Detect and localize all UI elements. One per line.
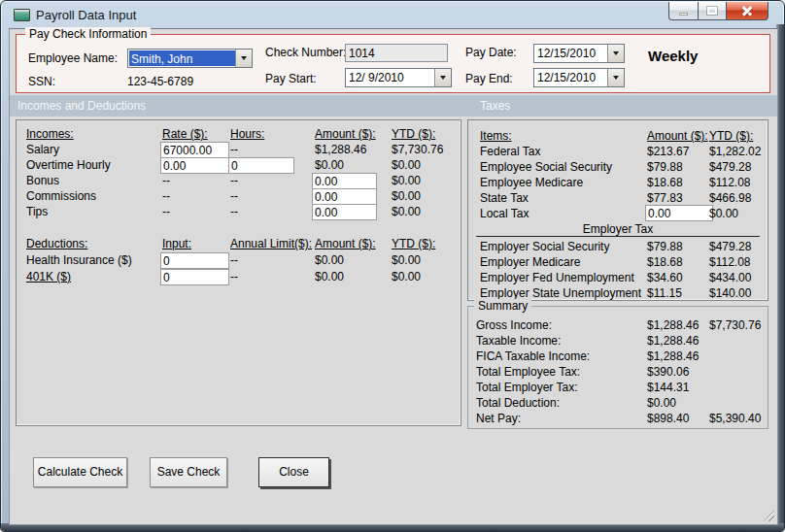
401k-input[interactable] bbox=[160, 269, 229, 285]
close-window-button[interactable] bbox=[727, 2, 768, 20]
section-header-bar: Incomes and Deductions Taxes bbox=[10, 95, 777, 116]
gross-income-label: Gross Income: bbox=[476, 317, 552, 333]
employer-fed-unemployment-amount: $34.60 bbox=[647, 270, 683, 285]
save-check-button[interactable]: Save Check bbox=[150, 457, 227, 487]
pay-date-datepicker[interactable]: 12/15/2010 bbox=[533, 44, 625, 63]
employer-ss-amount: $79.88 bbox=[647, 239, 683, 254]
local-tax-row: Local Tax $0.00 bbox=[468, 206, 768, 221]
employer-fed-unemployment-ytd: $434.00 bbox=[709, 270, 751, 285]
overtime-ytd: $0.00 bbox=[392, 157, 421, 173]
pay-end-datepicker[interactable]: 12/15/2010 bbox=[533, 68, 625, 87]
employer-medicare-ytd: $112.08 bbox=[709, 254, 751, 270]
health-insurance-ytd: $0.00 bbox=[392, 252, 421, 268]
federal-tax-ytd: $1,282.02 bbox=[709, 144, 761, 159]
bonus-hours: -- bbox=[230, 173, 238, 188]
employer-tax-header: Employer Tax bbox=[476, 221, 760, 237]
net-pay-amount: $898.40 bbox=[647, 411, 689, 426]
employee-ss-amount: $79.88 bbox=[647, 159, 683, 175]
incomes-header-hours: Hours: bbox=[230, 126, 264, 142]
fica-taxable-income-label: FICA Taxable Income: bbox=[476, 349, 590, 364]
ssn-label: SSN: bbox=[28, 75, 55, 88]
taxable-income-amount: $1,288.46 bbox=[647, 333, 699, 349]
pay-start-datepicker[interactable]: 12/ 9/2010 bbox=[345, 68, 452, 87]
incomes-header-rate: Rate ($): bbox=[162, 126, 208, 142]
pay-start-label: Pay Start: bbox=[265, 72, 317, 85]
salary-row: Salary -- $1,288.46 $7,730.76 bbox=[17, 142, 461, 157]
commissions-ytd: $0.00 bbox=[392, 188, 421, 204]
total-employer-tax-amount: $144.31 bbox=[647, 380, 689, 395]
employee-name-label: Employee Name: bbox=[28, 51, 118, 65]
total-deduction-amount: $0.00 bbox=[647, 395, 676, 411]
tips-label: Tips bbox=[26, 204, 48, 219]
total-employee-tax-amount: $390.06 bbox=[647, 364, 689, 380]
local-tax-input[interactable] bbox=[645, 205, 713, 221]
tips-amount-input[interactable] bbox=[312, 204, 377, 220]
deductions-header-annual-limit: Annual Limit($): bbox=[230, 236, 312, 251]
employee-medicare-amount: $18.68 bbox=[647, 175, 683, 190]
state-tax-label: State Tax bbox=[480, 190, 529, 206]
bonus-ytd: $0.00 bbox=[392, 173, 421, 188]
pay-frequency-label: Weekly bbox=[648, 48, 698, 64]
commissions-amount-input[interactable] bbox=[312, 188, 377, 205]
state-tax-amount: $77.83 bbox=[647, 190, 683, 206]
incomes-header-ytd: YTD ($): bbox=[392, 126, 435, 142]
federal-tax-row: Federal Tax $213.67 $1,282.02 bbox=[468, 144, 768, 159]
employee-medicare-row: Employee Medicare $18.68 $112.08 bbox=[468, 175, 768, 190]
employee-ss-label: Employee Social Security bbox=[480, 159, 612, 175]
pay-start-dropdown-button[interactable] bbox=[434, 69, 451, 86]
employer-fed-unemployment-row: Employer Fed Unemployment $34.60 $434.00 bbox=[468, 270, 768, 285]
401k-amount: $0.00 bbox=[315, 269, 344, 284]
employee-medicare-ytd: $112.08 bbox=[709, 175, 751, 190]
maximize-button[interactable] bbox=[699, 2, 727, 20]
taxes-header-ytd: YTD ($): bbox=[709, 128, 753, 144]
tips-rate: -- bbox=[162, 204, 170, 219]
taxes-header-amount: Amount ($): bbox=[647, 128, 708, 144]
bonus-label: Bonus bbox=[26, 173, 59, 188]
check-number-label: Check Number: bbox=[265, 46, 346, 59]
federal-tax-amount: $213.67 bbox=[647, 144, 689, 159]
net-pay-row: Net Pay: $898.40 $5,390.40 bbox=[468, 411, 768, 426]
payroll-window: Payroll Data Input Pay Check Information… bbox=[0, 0, 785, 532]
health-insurance-annual-limit: -- bbox=[230, 252, 238, 268]
total-employee-tax-row: Total Employee Tax: $390.06 bbox=[468, 364, 768, 380]
employer-state-unemployment-ytd: $140.00 bbox=[709, 285, 751, 301]
calculate-check-button[interactable]: Calculate Check bbox=[33, 457, 127, 487]
resize-grip[interactable] bbox=[762, 509, 774, 521]
employee-name-dropdown-button[interactable] bbox=[235, 50, 252, 67]
overtime-hours-input[interactable] bbox=[228, 157, 294, 174]
net-pay-label: Net Pay: bbox=[476, 411, 521, 426]
401k-ytd: $0.00 bbox=[392, 269, 421, 284]
employee-ss-row: Employee Social Security $79.88 $479.28 bbox=[468, 159, 768, 175]
salary-ytd: $7,730.76 bbox=[392, 142, 443, 157]
summary-legend: Summary bbox=[474, 299, 531, 313]
check-number-input[interactable] bbox=[345, 44, 448, 62]
title-bar[interactable]: Payroll Data Input bbox=[1, 1, 784, 28]
chevron-down-icon bbox=[241, 56, 247, 60]
incomes-header-amount: Amount ($): bbox=[315, 126, 376, 142]
fica-taxable-income-amount: $1,288.46 bbox=[647, 349, 699, 364]
401k-row: 401K ($) -- $0.00 $0.00 bbox=[17, 269, 461, 284]
commissions-row: Commissions -- -- $0.00 bbox=[17, 188, 461, 204]
pay-end-dropdown-button[interactable] bbox=[607, 69, 624, 86]
minimize-button[interactable] bbox=[668, 2, 699, 20]
pay-date-dropdown-button[interactable] bbox=[607, 45, 624, 62]
total-employee-tax-label: Total Employee Tax: bbox=[476, 364, 580, 380]
health-insurance-row: Health Insurance ($) -- $0.00 $0.00 bbox=[17, 252, 461, 268]
commissions-label: Commissions bbox=[26, 188, 96, 204]
health-insurance-input[interactable] bbox=[160, 252, 229, 269]
taxable-income-row: Taxable Income: $1,288.46 bbox=[468, 333, 768, 349]
salary-rate-input[interactable] bbox=[160, 142, 229, 158]
net-pay-ytd: $5,390.40 bbox=[709, 411, 761, 426]
employer-ss-ytd: $479.28 bbox=[709, 239, 751, 254]
employer-ss-label: Employer Social Security bbox=[480, 239, 609, 254]
close-button[interactable]: Close bbox=[258, 457, 329, 487]
dialog-client-area: Pay Check Information Employee Name: Smi… bbox=[9, 28, 778, 525]
401k-label[interactable]: 401K ($) bbox=[26, 269, 71, 284]
app-icon bbox=[14, 9, 30, 21]
overtime-rate-input[interactable] bbox=[160, 157, 229, 174]
pay-end-label: Pay End: bbox=[465, 72, 513, 85]
employee-name-combobox[interactable]: Smith, John bbox=[127, 49, 253, 68]
total-deduction-row: Total Deduction: $0.00 bbox=[468, 395, 768, 411]
state-tax-row: State Tax $77.83 $466.98 bbox=[468, 190, 768, 206]
bonus-amount-input[interactable] bbox=[312, 173, 377, 189]
